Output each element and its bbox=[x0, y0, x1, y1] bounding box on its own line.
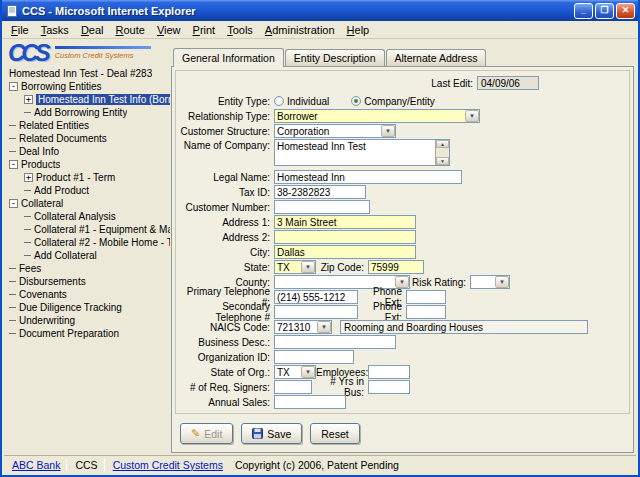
tree-item-homestead-info-borrower[interactable]: + Homestead Inn Test Info (Borrower) bbox=[4, 93, 170, 106]
yrs-in-bus-input[interactable] bbox=[368, 380, 410, 394]
dash-icon bbox=[24, 190, 31, 191]
address1-input[interactable] bbox=[274, 215, 416, 229]
maximize-button[interactable]: ❐ bbox=[595, 3, 614, 19]
menu-administration[interactable]: Administration bbox=[259, 22, 341, 38]
tab-entity-description[interactable]: Entity Description bbox=[285, 49, 385, 66]
address2-input[interactable] bbox=[274, 230, 416, 244]
minimize-button[interactable]: _ bbox=[574, 3, 593, 19]
tree-item-label: Related Documents bbox=[19, 133, 107, 144]
naics-select[interactable]: 721310 ▼ bbox=[274, 320, 332, 334]
tree-item-label: Deal Info bbox=[19, 146, 59, 157]
save-button[interactable]: Save bbox=[241, 423, 302, 444]
textarea-scrollbar[interactable]: ▲ ▼ bbox=[435, 140, 449, 165]
tree-item-add-collateral[interactable]: Add Collateral bbox=[4, 249, 170, 262]
employees-input[interactable] bbox=[368, 365, 410, 379]
tree-item-document-preparation[interactable]: Document Preparation bbox=[4, 327, 170, 340]
menu-bar: File Tasks Deal Route View Print Tools A… bbox=[2, 21, 638, 39]
risk-rating-select[interactable]: ▼ bbox=[470, 275, 510, 289]
secondary-phone-ext-input[interactable] bbox=[406, 305, 446, 319]
tree-item-related-documents[interactable]: Related Documents bbox=[4, 132, 170, 145]
tree-item-label: Document Preparation bbox=[19, 328, 119, 339]
org-id-row: Organization ID: bbox=[176, 350, 629, 364]
tab-alternate-address[interactable]: Alternate Address bbox=[386, 49, 487, 66]
selected-value: TX bbox=[277, 367, 301, 378]
menu-print[interactable]: Print bbox=[187, 22, 222, 38]
primary-phone-ext-input[interactable] bbox=[406, 290, 446, 304]
copyright-text: Copyright (c) 2006, Patent Pending bbox=[235, 459, 399, 471]
tab-general-information[interactable]: General Information bbox=[173, 48, 284, 67]
state-select[interactable]: TX ▼ bbox=[274, 260, 316, 274]
status-separator bbox=[66, 459, 67, 471]
collapse-icon[interactable]: - bbox=[9, 199, 18, 208]
org-id-input[interactable] bbox=[274, 350, 354, 364]
expand-icon[interactable]: + bbox=[24, 173, 33, 182]
expand-icon[interactable]: + bbox=[24, 95, 33, 104]
menu-tools[interactable]: Tools bbox=[221, 22, 259, 38]
zip-code-input[interactable] bbox=[368, 260, 424, 274]
tree-item-disbursements[interactable]: Disbursements bbox=[4, 275, 170, 288]
customer-structure-select[interactable]: Corporation ▼ bbox=[274, 124, 396, 138]
tree-item-underwriting[interactable]: Underwriting bbox=[4, 314, 170, 327]
annual-sales-input[interactable] bbox=[274, 395, 346, 409]
tree-item-borrowing-entities[interactable]: - Borrowing Entities bbox=[4, 80, 170, 93]
close-button[interactable]: ✕ bbox=[616, 3, 635, 19]
tree-item-label: Disbursements bbox=[19, 276, 86, 287]
individual-radio[interactable] bbox=[274, 96, 284, 106]
scroll-up-icon[interactable]: ▲ bbox=[436, 140, 449, 148]
menu-help[interactable]: Help bbox=[341, 22, 376, 38]
secondary-phone-row: Secondary Telephone # Phone Ext: bbox=[176, 305, 629, 319]
reset-button[interactable]: Reset bbox=[310, 423, 359, 444]
state-of-org-select[interactable]: TX ▼ bbox=[274, 365, 316, 379]
tree-item-label: Collateral #2 - Mobile Home - Titled bbox=[34, 237, 170, 248]
scroll-down-icon[interactable]: ▼ bbox=[436, 157, 449, 165]
menu-tasks[interactable]: Tasks bbox=[35, 22, 75, 38]
company-entity-radio[interactable] bbox=[351, 96, 361, 106]
collapse-icon[interactable]: - bbox=[9, 82, 18, 91]
tree-item-label: Add Borrowing Entity bbox=[34, 107, 127, 118]
tree-item-deal-header[interactable]: Homestead Inn Test - Deal #283 bbox=[4, 67, 170, 80]
tree-item-label: Add Product bbox=[34, 185, 89, 196]
dropdown-arrow-icon: ▼ bbox=[465, 110, 479, 122]
city-input[interactable] bbox=[274, 245, 416, 259]
ccs-logo: CCS Custom Credit Systems bbox=[8, 39, 151, 66]
tree-item-products[interactable]: - Products bbox=[4, 158, 170, 171]
legal-name-input[interactable] bbox=[274, 170, 462, 184]
tree-item-add-borrowing-entity[interactable]: Add Borrowing Entity bbox=[4, 106, 170, 119]
abc-bank-link[interactable]: ABC Bank bbox=[12, 459, 60, 471]
individual-radio-label: Individual bbox=[287, 96, 329, 107]
menu-file[interactable]: File bbox=[5, 22, 35, 38]
custom-credit-systems-link[interactable]: Custom Credit Systems bbox=[113, 459, 223, 471]
name-of-company-textarea[interactable]: Homestead Inn Test ▲ ▼ bbox=[274, 139, 450, 166]
relationship-type-select[interactable]: Borrower ▼ bbox=[274, 109, 480, 123]
edit-button[interactable]: ✎ Edit bbox=[180, 423, 233, 444]
business-desc-input[interactable] bbox=[274, 335, 396, 349]
title-bar: CCS - Microsoft Internet Explorer _ ❐ ✕ bbox=[2, 0, 638, 21]
tree-item-collateral[interactable]: - Collateral bbox=[4, 197, 170, 210]
primary-phone-input[interactable] bbox=[274, 290, 358, 304]
name-of-company-label: Name of Company: bbox=[176, 139, 274, 151]
menu-deal[interactable]: Deal bbox=[75, 22, 110, 38]
selected-value: Borrower bbox=[277, 111, 465, 122]
customer-number-input[interactable] bbox=[274, 200, 370, 214]
zip-code-label: Zip Code: bbox=[316, 262, 368, 273]
menu-route[interactable]: Route bbox=[110, 22, 151, 38]
req-signers-label: # of Req. Signers: bbox=[176, 382, 274, 393]
tree-item-collateral-2[interactable]: Collateral #2 - Mobile Home - Titled bbox=[4, 236, 170, 249]
tree-item-related-entities[interactable]: Related Entities bbox=[4, 119, 170, 132]
tree-item-collateral-analysis[interactable]: Collateral Analysis bbox=[4, 210, 170, 223]
tree-item-deal-info[interactable]: Deal Info bbox=[4, 145, 170, 158]
tree-item-covenants[interactable]: Covenants bbox=[4, 288, 170, 301]
req-signers-input[interactable] bbox=[274, 380, 312, 394]
tree-item-collateral-1[interactable]: Collateral #1 - Equipment & Machinery bbox=[4, 223, 170, 236]
tax-id-input[interactable] bbox=[274, 185, 366, 199]
dropdown-arrow-icon: ▼ bbox=[495, 276, 509, 288]
tree-item-add-product[interactable]: Add Product bbox=[4, 184, 170, 197]
secondary-phone-input[interactable] bbox=[274, 305, 358, 319]
tree-item-label: Related Entities bbox=[19, 120, 89, 131]
tree-item-product-1-term[interactable]: + Product #1 - Term bbox=[4, 171, 170, 184]
tree-item-fees[interactable]: Fees bbox=[4, 262, 170, 275]
tree-item-due-diligence-tracking[interactable]: Due Diligence Tracking bbox=[4, 301, 170, 314]
collapse-icon[interactable]: - bbox=[9, 160, 18, 169]
menu-view[interactable]: View bbox=[151, 22, 187, 38]
annual-sales-row: Annual Sales: bbox=[176, 395, 629, 409]
